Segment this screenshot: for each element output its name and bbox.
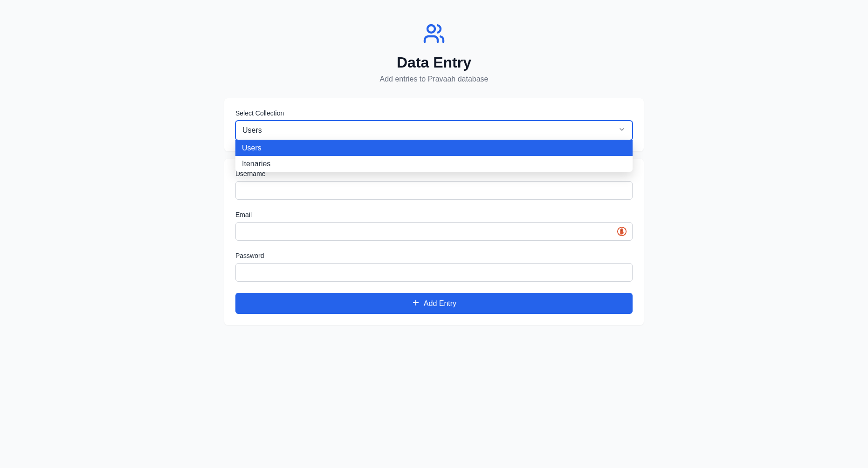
chevron-down-icon [618,126,626,135]
collection-selected-value: Users [242,126,262,135]
page-subtitle: Add entries to Pravaah database [224,75,644,83]
password-label: Password [235,252,633,259]
page-header: Data Entry Add entries to Pravaah databa… [224,22,644,83]
add-entry-button[interactable]: Add Entry [235,293,633,314]
svg-point-0 [427,25,435,33]
collection-card: Select Collection Users Users Itenaries [224,98,644,151]
page-title: Data Entry [224,54,644,71]
collection-dropdown: Users Itenaries [235,140,633,172]
users-icon [423,22,445,47]
form-card: Username Email Password [224,159,644,325]
dropdown-option-itenaries[interactable]: Itenaries [235,156,633,172]
svg-point-3 [621,230,622,231]
add-entry-label: Add Entry [424,299,456,308]
collection-label: Select Collection [235,109,633,117]
collection-select[interactable]: Users [235,121,633,140]
password-input[interactable] [235,263,633,282]
duckduckgo-icon[interactable] [617,226,627,237]
email-input[interactable] [235,222,633,241]
dropdown-option-users[interactable]: Users [235,140,633,156]
plus-icon [412,298,420,308]
email-label: Email [235,211,633,218]
username-input[interactable] [235,181,633,200]
